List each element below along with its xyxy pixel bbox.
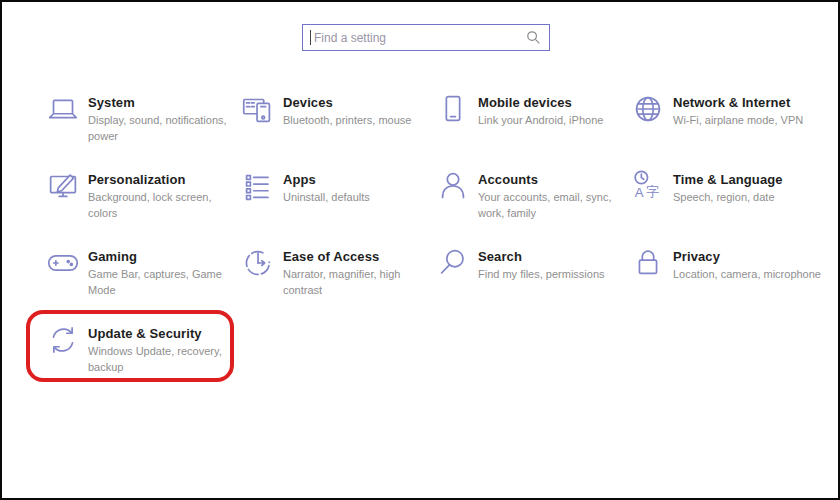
tile-ease-of-access[interactable]: Ease of AccessNarrator, magnifier, high … — [237, 242, 432, 319]
tile-text: Ease of AccessNarrator, magnifier, high … — [283, 242, 432, 298]
tile-subtitle: Narrator, magnifier, high contrast — [283, 267, 432, 298]
tile-update-security[interactable]: Update & SecurityWindows Update, recover… — [42, 319, 237, 396]
tile-text: DevicesBluetooth, printers, mouse — [283, 88, 411, 129]
tile-title: Apps — [283, 172, 370, 188]
tile-text: Network & InternetWi-Fi, airplane mode, … — [673, 88, 803, 129]
tile-text: PrivacyLocation, camera, microphone — [673, 242, 821, 283]
tile-title: Personalization — [88, 172, 237, 188]
search-icon[interactable] — [526, 30, 541, 45]
tile-subtitle: Background, lock screen, colors — [88, 190, 237, 221]
tile-text: Mobile devicesLink your Android, iPhone — [478, 88, 603, 129]
gamepad-icon — [44, 244, 82, 282]
tile-accounts[interactable]: AccountsYour accounts, email, sync, work… — [432, 165, 627, 242]
tile-title: Privacy — [673, 249, 821, 265]
text-cursor — [310, 30, 311, 45]
time-language-icon: A字 — [629, 167, 667, 205]
apps-list-icon — [239, 167, 277, 205]
search-icon — [434, 244, 472, 282]
tile-system[interactable]: SystemDisplay, sound, notifications, pow… — [42, 88, 237, 165]
tile-text: SystemDisplay, sound, notifications, pow… — [88, 88, 237, 144]
tile-devices[interactable]: DevicesBluetooth, printers, mouse — [237, 88, 432, 165]
sync-icon — [44, 321, 82, 359]
tile-subtitle: Your accounts, email, sync, work, family — [478, 190, 627, 221]
tile-title: Gaming — [88, 249, 237, 265]
tile-subtitle: Find my files, permissions — [478, 267, 605, 282]
tile-title: Mobile devices — [478, 95, 603, 111]
tile-subtitle: Uninstall, defaults — [283, 190, 370, 205]
tile-text: Time & LanguageSpeech, region, date — [673, 165, 783, 206]
tile-title: Search — [478, 249, 605, 265]
tile-gaming[interactable]: GamingGame Bar, captures, Game Mode — [42, 242, 237, 319]
devices-icon — [239, 90, 277, 128]
settings-grid: SystemDisplay, sound, notifications, pow… — [42, 88, 822, 396]
tile-title: Update & Security — [88, 326, 237, 342]
tile-text: AccountsYour accounts, email, sync, work… — [478, 165, 627, 221]
laptop-icon — [44, 90, 82, 128]
tile-subtitle: Speech, region, date — [673, 190, 783, 205]
tile-text: Update & SecurityWindows Update, recover… — [88, 319, 237, 375]
tile-personalization[interactable]: PersonalizationBackground, lock screen, … — [42, 165, 237, 242]
tile-title: Time & Language — [673, 172, 783, 188]
lock-icon — [629, 244, 667, 282]
tile-text: PersonalizationBackground, lock screen, … — [88, 165, 237, 221]
tile-apps[interactable]: AppsUninstall, defaults — [237, 165, 432, 242]
tile-subtitle: Location, camera, microphone — [673, 267, 821, 282]
settings-window: SystemDisplay, sound, notifications, pow… — [0, 0, 840, 500]
tile-title: Network & Internet — [673, 95, 803, 111]
tile-mobile-devices[interactable]: Mobile devicesLink your Android, iPhone — [432, 88, 627, 165]
tile-subtitle: Windows Update, recovery, backup — [88, 344, 237, 375]
tile-privacy[interactable]: PrivacyLocation, camera, microphone — [627, 242, 822, 319]
search-box[interactable] — [302, 24, 550, 51]
svg-text:A: A — [635, 185, 644, 200]
tile-subtitle: Display, sound, notifications, power — [88, 113, 237, 144]
tile-network-internet[interactable]: Network & InternetWi-Fi, airplane mode, … — [627, 88, 822, 165]
personalization-icon — [44, 167, 82, 205]
phone-icon — [434, 90, 472, 128]
tile-text: SearchFind my files, permissions — [478, 242, 605, 283]
ease-of-access-icon — [239, 244, 277, 282]
tile-title: Ease of Access — [283, 249, 432, 265]
tile-title: System — [88, 95, 237, 111]
search-input[interactable] — [314, 31, 526, 45]
tile-subtitle: Game Bar, captures, Game Mode — [88, 267, 237, 298]
tile-title: Devices — [283, 95, 411, 111]
tile-subtitle: Link your Android, iPhone — [478, 113, 603, 128]
tile-subtitle: Bluetooth, printers, mouse — [283, 113, 411, 128]
tile-title: Accounts — [478, 172, 627, 188]
tile-search[interactable]: SearchFind my files, permissions — [432, 242, 627, 319]
tile-text: AppsUninstall, defaults — [283, 165, 370, 206]
tile-time-language[interactable]: A字Time & LanguageSpeech, region, date — [627, 165, 822, 242]
person-icon — [434, 167, 472, 205]
globe-icon — [629, 90, 667, 128]
tile-text: GamingGame Bar, captures, Game Mode — [88, 242, 237, 298]
tile-subtitle: Wi-Fi, airplane mode, VPN — [673, 113, 803, 128]
svg-text:字: 字 — [646, 184, 659, 199]
